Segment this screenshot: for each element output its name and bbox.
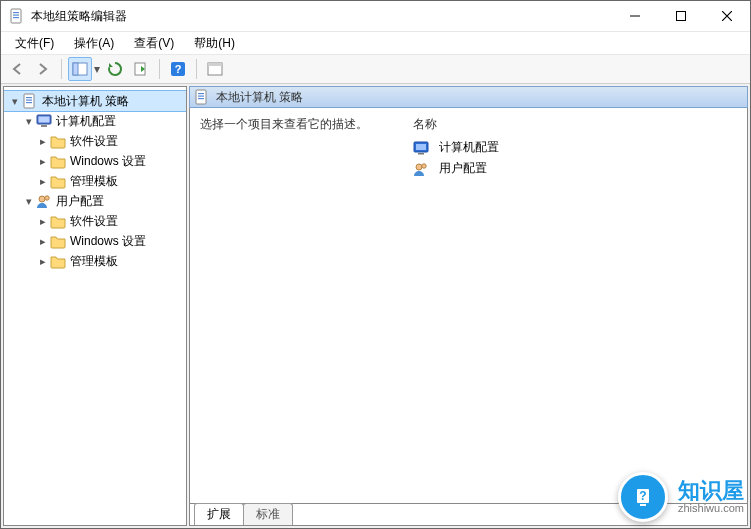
list-item-user[interactable]: 用户配置 bbox=[405, 158, 747, 179]
tree-label: Windows 设置 bbox=[70, 153, 146, 170]
tree-label: 用户配置 bbox=[56, 193, 104, 210]
expand-icon[interactable]: ▸ bbox=[36, 175, 50, 188]
folder-icon bbox=[50, 213, 66, 229]
tree-label: 管理模板 bbox=[70, 173, 118, 190]
users-icon bbox=[36, 193, 52, 209]
tab-standard[interactable]: 标准 bbox=[243, 503, 293, 525]
folder-icon bbox=[50, 253, 66, 269]
app-icon bbox=[9, 8, 25, 24]
folder-icon bbox=[50, 173, 66, 189]
view-mode-button[interactable] bbox=[203, 57, 227, 81]
menu-help[interactable]: 帮助(H) bbox=[184, 33, 245, 54]
policy-icon bbox=[194, 89, 210, 105]
expand-icon[interactable]: ▸ bbox=[36, 235, 50, 248]
expand-icon[interactable]: ▸ bbox=[36, 135, 50, 148]
export-list-button[interactable] bbox=[129, 57, 153, 81]
expand-icon[interactable]: ▸ bbox=[36, 155, 50, 168]
dropdown-caret-icon[interactable]: ▾ bbox=[92, 58, 101, 80]
menu-action[interactable]: 操作(A) bbox=[64, 33, 124, 54]
list-item-label: 用户配置 bbox=[439, 160, 487, 177]
expand-icon[interactable]: ▾ bbox=[8, 95, 22, 108]
computer-icon bbox=[36, 113, 52, 129]
tree-item-templates[interactable]: ▸ 管理模板 bbox=[4, 171, 186, 191]
tree-item-software[interactable]: ▸ 软件设置 bbox=[4, 131, 186, 151]
window-title: 本地组策略编辑器 bbox=[31, 8, 127, 25]
tree-label: 软件设置 bbox=[70, 133, 118, 150]
toolbar-separator bbox=[196, 59, 197, 79]
tree-item-templates[interactable]: ▸ 管理模板 bbox=[4, 251, 186, 271]
nav-back-button[interactable] bbox=[5, 57, 29, 81]
description-panel: 选择一个项目来查看它的描述。 bbox=[190, 108, 405, 503]
folder-icon bbox=[50, 133, 66, 149]
toolbar-separator bbox=[61, 59, 62, 79]
tree-item-software[interactable]: ▸ 软件设置 bbox=[4, 211, 186, 231]
tree-label: Windows 设置 bbox=[70, 233, 146, 250]
tree-item-windows[interactable]: ▸ Windows 设置 bbox=[4, 231, 186, 251]
expand-icon[interactable]: ▾ bbox=[22, 195, 36, 208]
folder-icon bbox=[50, 233, 66, 249]
column-header-name[interactable]: 名称 bbox=[405, 112, 747, 137]
svg-rect-19 bbox=[677, 12, 686, 21]
tree-label: 本地计算机 策略 bbox=[42, 93, 129, 110]
expand-icon[interactable]: ▸ bbox=[36, 255, 50, 268]
title-bar: 本地组策略编辑器 bbox=[1, 1, 750, 32]
policy-icon bbox=[22, 93, 38, 109]
close-button[interactable] bbox=[704, 1, 750, 31]
details-title: 本地计算机 策略 bbox=[216, 89, 303, 106]
toolbar-separator bbox=[159, 59, 160, 79]
computer-icon bbox=[413, 140, 429, 156]
menu-file[interactable]: 文件(F) bbox=[5, 33, 64, 54]
minimize-button[interactable] bbox=[612, 1, 658, 31]
help-button[interactable] bbox=[166, 57, 190, 81]
tree-item-windows[interactable]: ▸ Windows 设置 bbox=[4, 151, 186, 171]
tree-label: 计算机配置 bbox=[56, 113, 116, 130]
refresh-button[interactable] bbox=[103, 57, 127, 81]
tree-label: 管理模板 bbox=[70, 253, 118, 270]
items-list[interactable]: 名称 计算机配置 用户配置 bbox=[405, 108, 747, 503]
toolbar: ▾ bbox=[1, 55, 750, 84]
list-item-label: 计算机配置 bbox=[439, 139, 499, 156]
users-icon bbox=[413, 161, 429, 177]
tab-strip: 扩展 标准 bbox=[189, 504, 748, 526]
tree-root[interactable]: ▾ 本地计算机 策略 bbox=[4, 91, 186, 111]
maximize-button[interactable] bbox=[658, 1, 704, 31]
description-text: 选择一个项目来查看它的描述。 bbox=[200, 117, 368, 131]
list-item-computer[interactable]: 计算机配置 bbox=[405, 137, 747, 158]
details-header: 本地计算机 策略 bbox=[189, 86, 748, 108]
expand-icon[interactable]: ▸ bbox=[36, 215, 50, 228]
expand-icon[interactable]: ▾ bbox=[22, 115, 36, 128]
menu-bar: 文件(F) 操作(A) 查看(V) 帮助(H) bbox=[1, 32, 750, 55]
tree-user-config[interactable]: ▾ 用户配置 bbox=[4, 191, 186, 211]
nav-forward-button[interactable] bbox=[31, 57, 55, 81]
tab-extended[interactable]: 扩展 bbox=[194, 503, 244, 525]
tree-label: 软件设置 bbox=[70, 213, 118, 230]
folder-icon bbox=[50, 153, 66, 169]
show-tree-button[interactable] bbox=[68, 57, 92, 81]
menu-view[interactable]: 查看(V) bbox=[124, 33, 184, 54]
tree-computer-config[interactable]: ▾ 计算机配置 bbox=[4, 111, 186, 131]
tree-pane[interactable]: ▾ 本地计算机 策略 ▾ 计算机配置 ▸ 软件设置 bbox=[3, 86, 187, 526]
